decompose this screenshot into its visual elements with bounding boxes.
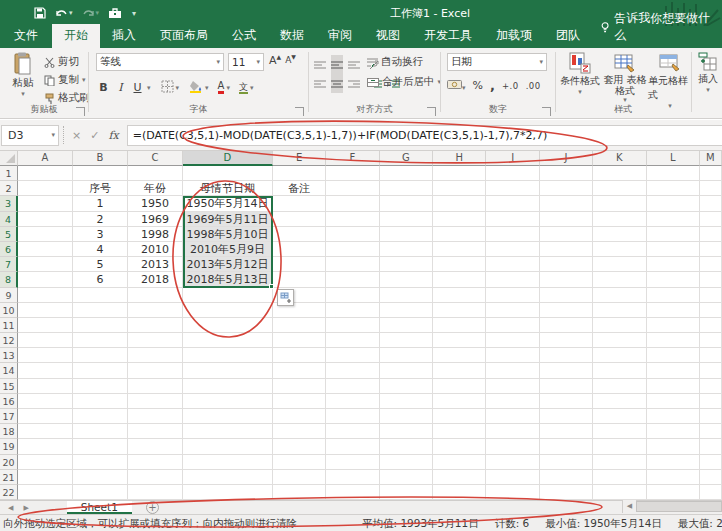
row-header-21[interactable]: 21 — [0, 470, 18, 485]
alignment-dialog-launcher[interactable] — [427, 107, 436, 116]
cell-M20[interactable] — [700, 455, 722, 470]
column-header-L[interactable]: L — [647, 151, 700, 166]
tab-review[interactable]: 审阅 — [316, 24, 364, 48]
cell-A14[interactable] — [18, 363, 73, 378]
cell-F3[interactable] — [326, 196, 379, 211]
cell-C16[interactable] — [128, 394, 183, 409]
cell-F14[interactable] — [326, 363, 379, 378]
cell-C15[interactable] — [128, 379, 183, 394]
cell-K4[interactable] — [593, 212, 646, 227]
cell-D2[interactable]: 母情节日期 — [183, 181, 273, 196]
borders-button[interactable] — [161, 78, 174, 97]
cell-D6[interactable]: 2010年5月9日 — [183, 242, 273, 257]
cell-J6[interactable] — [540, 242, 593, 257]
cell-I20[interactable] — [486, 455, 539, 470]
cell-A13[interactable] — [18, 348, 73, 363]
cell-D12[interactable] — [183, 333, 273, 348]
cell-G11[interactable] — [380, 318, 433, 333]
cell-M8[interactable] — [700, 272, 722, 287]
cell-F7[interactable] — [326, 257, 379, 272]
cell-E5[interactable] — [273, 227, 326, 242]
cell-D21[interactable] — [183, 470, 273, 485]
cell-M16[interactable] — [700, 394, 722, 409]
cell-K13[interactable] — [593, 348, 646, 363]
fill-color-button[interactable] — [189, 78, 203, 97]
cell-L13[interactable] — [647, 348, 700, 363]
cell-B14[interactable] — [73, 363, 128, 378]
clipboard-dialog-launcher[interactable] — [76, 107, 85, 116]
italic-button[interactable]: I — [113, 81, 128, 94]
cell-M3[interactable] — [700, 196, 722, 211]
cell-E20[interactable] — [273, 455, 326, 470]
cell-A12[interactable] — [18, 333, 73, 348]
cell-E14[interactable] — [273, 363, 326, 378]
cell-I6[interactable] — [486, 242, 539, 257]
cell-H1[interactable] — [433, 166, 486, 181]
insert-function-button[interactable]: fx — [108, 129, 118, 142]
cell-K17[interactable] — [593, 409, 646, 424]
cell-L6[interactable] — [647, 242, 700, 257]
cell-H3[interactable] — [433, 196, 486, 211]
cell-I7[interactable] — [486, 257, 539, 272]
scroll-left-icon[interactable]: ◀ — [622, 500, 636, 513]
auto-fill-options-button[interactable] — [277, 289, 294, 306]
row-header-13[interactable]: 13 — [0, 348, 18, 363]
tab-addins[interactable]: 加载项 — [484, 24, 544, 48]
cell-G17[interactable] — [380, 409, 433, 424]
undo-icon[interactable]: ▾ — [55, 8, 73, 19]
align-bottom-icon[interactable] — [348, 55, 360, 74]
cell-J3[interactable] — [540, 196, 593, 211]
cell-H21[interactable] — [433, 470, 486, 485]
conditional-formatting-button[interactable]: 条件格式 ▾ — [558, 52, 602, 96]
cell-G13[interactable] — [380, 348, 433, 363]
cell-E6[interactable] — [273, 242, 326, 257]
sheet-tab-active[interactable]: Sheet1 — [67, 501, 132, 514]
cell-G5[interactable] — [380, 227, 433, 242]
cell-G8[interactable] — [380, 272, 433, 287]
cell-B9[interactable] — [73, 288, 128, 303]
cell-L15[interactable] — [647, 379, 700, 394]
cell-G19[interactable] — [380, 439, 433, 454]
tab-view[interactable]: 视图 — [364, 24, 412, 48]
cell-F13[interactable] — [326, 348, 379, 363]
cell-H2[interactable] — [433, 181, 486, 196]
phonetic-button[interactable]: 文 — [239, 82, 248, 94]
align-top-icon[interactable] — [314, 55, 326, 74]
cell-L7[interactable] — [647, 257, 700, 272]
cell-B2[interactable]: 序号 — [73, 181, 128, 196]
cell-M4[interactable] — [700, 212, 722, 227]
cell-J15[interactable] — [540, 379, 593, 394]
cell-J13[interactable] — [540, 348, 593, 363]
cell-I16[interactable] — [486, 394, 539, 409]
cell-E7[interactable] — [273, 257, 326, 272]
cancel-button[interactable]: × — [72, 129, 81, 142]
enter-button[interactable]: ✓ — [90, 129, 99, 142]
cell-C21[interactable] — [128, 470, 183, 485]
cell-I8[interactable] — [486, 272, 539, 287]
cell-K19[interactable] — [593, 439, 646, 454]
row-header-9[interactable]: 9 — [0, 288, 18, 303]
cell-M9[interactable] — [700, 288, 722, 303]
row-header-12[interactable]: 12 — [0, 333, 18, 348]
cell-M2[interactable] — [700, 181, 722, 196]
cell-M12[interactable] — [700, 333, 722, 348]
cell-L5[interactable] — [647, 227, 700, 242]
cell-A5[interactable] — [18, 227, 73, 242]
cell-J11[interactable] — [540, 318, 593, 333]
cell-K5[interactable] — [593, 227, 646, 242]
cell-L19[interactable] — [647, 439, 700, 454]
cell-G15[interactable] — [380, 379, 433, 394]
cell-M13[interactable] — [700, 348, 722, 363]
cell-H13[interactable] — [433, 348, 486, 363]
cell-L8[interactable] — [647, 272, 700, 287]
cell-I14[interactable] — [486, 363, 539, 378]
cell-K14[interactable] — [593, 363, 646, 378]
cell-J2[interactable] — [540, 181, 593, 196]
cell-B4[interactable]: 2 — [73, 212, 128, 227]
row-header-1[interactable]: 1 — [0, 166, 18, 181]
column-header-B[interactable]: B — [73, 151, 128, 166]
cell-G6[interactable] — [380, 242, 433, 257]
cell-F16[interactable] — [326, 394, 379, 409]
cell-L12[interactable] — [647, 333, 700, 348]
cell-A20[interactable] — [18, 455, 73, 470]
